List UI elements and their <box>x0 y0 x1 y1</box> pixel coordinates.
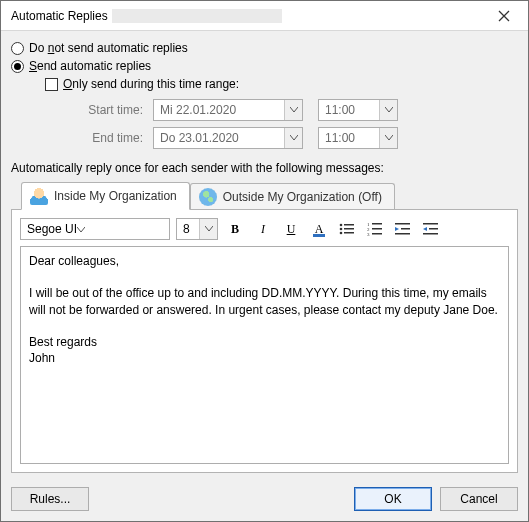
svg-rect-3 <box>344 228 354 230</box>
end-time-label: End time: <box>77 131 147 145</box>
svg-point-2 <box>340 228 343 231</box>
bulleted-list-icon <box>339 222 355 236</box>
svg-rect-14 <box>395 233 410 235</box>
radio-send[interactable]: Send automatic replies <box>11 59 518 73</box>
font-color-swatch <box>313 234 325 237</box>
svg-rect-12 <box>395 223 410 225</box>
chevron-down-icon <box>284 128 302 148</box>
chevron-down-icon <box>284 100 302 120</box>
window-title-extra <box>112 9 282 23</box>
bulleted-list-button[interactable] <box>336 218 358 240</box>
font-family-select[interactable]: Segoe UI <box>20 218 170 240</box>
checkbox-only-range[interactable]: Only send during this time range: <box>45 77 518 91</box>
underline-button[interactable]: U <box>280 218 302 240</box>
decrease-indent-button[interactable] <box>392 218 414 240</box>
radio-dont-send[interactable]: Do not send automatic replies <box>11 41 518 55</box>
tab-panel-inside: Segoe UI 8 B I U A 123 <box>11 209 518 473</box>
chevron-down-icon <box>379 128 397 148</box>
radio-icon <box>11 42 24 55</box>
radio-icon <box>11 60 24 73</box>
numbered-list-icon: 123 <box>367 222 383 236</box>
window-title: Automatic Replies <box>11 9 108 23</box>
dialog-content: Do not send automatic replies Send autom… <box>1 31 528 479</box>
people-icon <box>30 187 48 205</box>
svg-point-4 <box>340 232 343 235</box>
svg-text:3: 3 <box>367 232 370 236</box>
message-editor[interactable]: Dear colleagues, I will be out of the of… <box>20 246 509 464</box>
checkbox-icon <box>45 78 58 91</box>
svg-point-0 <box>340 224 343 227</box>
start-date-value: Mi 22.01.2020 <box>160 103 236 117</box>
section-label: Automatically reply once for each sender… <box>11 161 518 175</box>
increase-indent-button[interactable] <box>420 218 442 240</box>
time-range-grid: Start time: Mi 22.01.2020 11:00 End time… <box>77 99 518 149</box>
numbered-list-button[interactable]: 123 <box>364 218 386 240</box>
font-color-button[interactable]: A <box>308 218 330 240</box>
globe-icon <box>199 188 217 206</box>
end-date-value: Do 23.01.2020 <box>160 131 239 145</box>
svg-rect-11 <box>372 233 382 235</box>
end-date-combo[interactable]: Do 23.01.2020 <box>153 127 303 149</box>
rules-button[interactable]: Rules... <box>11 487 89 511</box>
start-time-combo[interactable]: 11:00 <box>318 99 398 121</box>
start-time-value: 11:00 <box>325 103 355 117</box>
dialog-window: Automatic Replies Do not send automatic … <box>0 0 529 522</box>
close-icon <box>498 10 510 22</box>
svg-rect-15 <box>423 223 438 225</box>
start-date-combo[interactable]: Mi 22.01.2020 <box>153 99 303 121</box>
dialog-footer: Rules... OK Cancel <box>1 479 528 521</box>
radio-dont-send-label: Do not send automatic replies <box>29 41 188 55</box>
tab-outside-label: Outside My Organization (Off) <box>223 190 382 204</box>
svg-rect-16 <box>429 228 438 230</box>
font-family-value: Segoe UI <box>27 222 77 236</box>
chevron-down-icon <box>379 100 397 120</box>
editor-toolbar: Segoe UI 8 B I U A 123 <box>20 218 509 240</box>
titlebar: Automatic Replies <box>1 1 528 31</box>
chevron-down-icon <box>77 222 85 236</box>
italic-button[interactable]: I <box>252 218 274 240</box>
end-time-combo[interactable]: 11:00 <box>318 127 398 149</box>
tabstrip: Inside My Organization Outside My Organi… <box>21 181 518 209</box>
font-size-value: 8 <box>183 222 190 236</box>
tab-inside-label: Inside My Organization <box>54 189 177 203</box>
tab-inside-org[interactable]: Inside My Organization <box>21 182 190 210</box>
bold-button[interactable]: B <box>224 218 246 240</box>
cancel-button[interactable]: Cancel <box>440 487 518 511</box>
decrease-indent-icon <box>395 222 411 236</box>
svg-rect-9 <box>372 228 382 230</box>
start-time-label: Start time: <box>77 103 147 117</box>
svg-rect-1 <box>344 224 354 226</box>
svg-rect-13 <box>401 228 410 230</box>
tab-outside-org[interactable]: Outside My Organization (Off) <box>190 183 395 210</box>
increase-indent-icon <box>423 222 439 236</box>
svg-rect-17 <box>423 233 438 235</box>
end-time-value: 11:00 <box>325 131 355 145</box>
ok-button[interactable]: OK <box>354 487 432 511</box>
checkbox-only-range-label: Only send during this time range: <box>63 77 239 91</box>
radio-send-label: Send automatic replies <box>29 59 151 73</box>
close-button[interactable] <box>481 2 526 30</box>
font-size-select[interactable]: 8 <box>176 218 218 240</box>
svg-rect-5 <box>344 232 354 234</box>
svg-rect-7 <box>372 223 382 225</box>
chevron-down-icon <box>199 219 217 239</box>
